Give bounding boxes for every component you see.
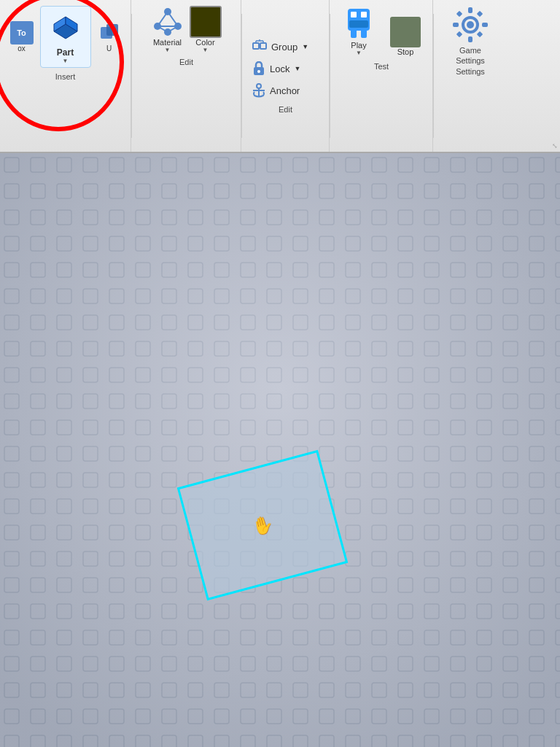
settings-label: Game Settings Settings <box>456 45 485 77</box>
test-section-label: Test <box>374 62 389 71</box>
svg-rect-34 <box>468 36 472 42</box>
stop-label: Stop <box>397 47 414 56</box>
play-icon <box>342 7 376 41</box>
toolbox-label: ox <box>18 44 26 53</box>
svg-rect-37 <box>456 11 462 17</box>
lock-button[interactable]: Lock ▼ <box>249 60 303 77</box>
svg-rect-4 <box>106 24 118 36</box>
stop-icon <box>390 17 421 47</box>
play-arrow: ▼ <box>356 50 362 56</box>
group-arrow: ▼ <box>302 43 308 50</box>
grid-background <box>0 153 560 747</box>
material-button[interactable]: Material ▼ <box>152 6 184 53</box>
anchor-icon <box>252 83 265 98</box>
svg-rect-35 <box>453 23 459 27</box>
svg-rect-29 <box>351 29 357 38</box>
edit-section: Material ▼ Color ▼ Edit ⤡ <box>132 0 241 152</box>
settings-section: Game Settings Settings <box>434 0 507 152</box>
group-button[interactable]: Group ▼ <box>249 38 311 55</box>
svg-rect-26 <box>351 12 357 18</box>
material-arrow: ▼ <box>165 47 171 53</box>
test-row: Play ▼ Stop <box>338 6 425 58</box>
svg-line-9 <box>158 12 168 26</box>
toolbar: To ox Part ▼ <box>0 0 560 153</box>
edit-label-under-group: Edit <box>279 105 292 114</box>
move-cursor-icon: ✋ <box>249 513 276 538</box>
insert-section: To ox Part ▼ <box>0 0 131 152</box>
play-button[interactable]: Play ▼ <box>338 6 380 58</box>
part-label: Part <box>57 47 74 58</box>
lock-label: Lock <box>270 63 289 74</box>
group-section: Group ▼ Lock ▼ Anchor Edit <box>242 0 330 152</box>
union-label: U <box>106 44 112 53</box>
group-label: Group <box>271 42 298 53</box>
insert-row: To ox Part ▼ <box>7 6 125 68</box>
material-icon <box>152 6 184 38</box>
svg-rect-28 <box>349 20 368 28</box>
svg-rect-38 <box>477 11 483 17</box>
gear-icon[interactable] <box>451 6 489 44</box>
edit-top-row: Material ▼ Color ▼ <box>152 6 222 53</box>
anchor-button[interactable]: Anchor <box>249 82 303 99</box>
svg-rect-33 <box>468 7 472 13</box>
svg-rect-36 <box>482 23 488 27</box>
anchor-label: Anchor <box>270 85 300 96</box>
toolbox-button[interactable]: To ox <box>7 19 37 55</box>
color-button[interactable]: Color ▼ <box>190 6 222 53</box>
svg-point-32 <box>467 21 474 28</box>
union-button[interactable]: U <box>94 19 125 55</box>
play-label: Play <box>351 41 366 50</box>
color-label: Color <box>195 38 214 47</box>
part-icon <box>47 9 85 47</box>
stop-button[interactable]: Stop <box>386 15 425 58</box>
svg-rect-14 <box>253 43 259 49</box>
union-icon <box>98 21 121 44</box>
part-button[interactable]: Part ▼ <box>40 6 91 68</box>
insert-section-label: Insert <box>55 72 76 81</box>
lock-arrow: ▼ <box>294 65 300 72</box>
svg-rect-30 <box>361 29 367 38</box>
test-section: Play ▼ Stop Test <box>330 0 433 152</box>
lock-icon <box>252 61 265 76</box>
color-arrow: ▼ <box>203 47 209 53</box>
expand-icon[interactable]: ⤡ <box>552 142 558 150</box>
edit-section-label: Edit <box>179 58 193 66</box>
svg-rect-45 <box>0 153 560 747</box>
part-arrow: ▼ <box>63 58 69 64</box>
svg-rect-39 <box>456 31 462 37</box>
canvas-area: ✋ <box>0 153 560 747</box>
svg-rect-27 <box>361 12 367 18</box>
svg-rect-40 <box>477 31 483 37</box>
group-icon <box>252 39 267 54</box>
svg-point-21 <box>257 70 260 73</box>
color-swatch[interactable] <box>190 6 222 38</box>
svg-line-10 <box>168 12 178 26</box>
material-label: Material <box>153 38 182 47</box>
svg-point-22 <box>257 84 261 88</box>
svg-rect-15 <box>260 43 266 49</box>
